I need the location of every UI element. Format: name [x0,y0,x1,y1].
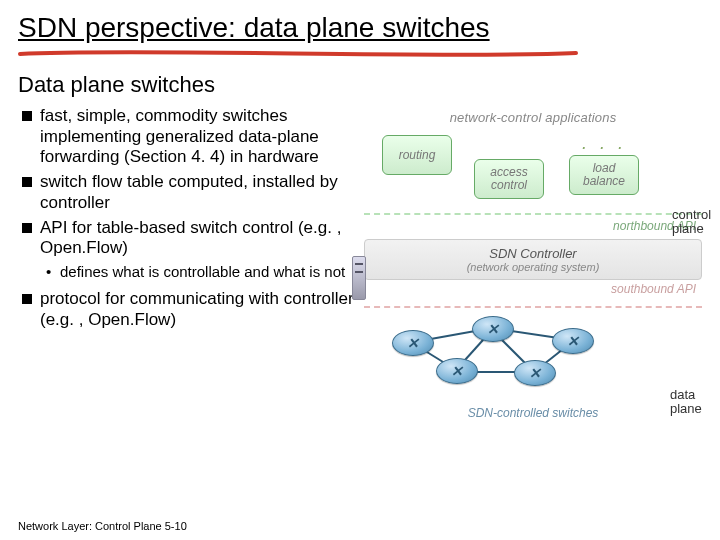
controller-subtitle: (network operating system) [373,261,693,273]
control-plane-label: control plane [672,208,720,235]
app-load-box: load balance [569,155,639,195]
sub-bullet-list: defines what is controllable and what is… [18,263,356,281]
northbound-api-label: northbound API [364,219,702,233]
bullet-item: switch flow table computed, installed by… [22,172,356,213]
diagram-area: network-control applications routing acc… [364,106,702,420]
switch-icon: ✕ [552,328,594,354]
server-icon [352,256,366,300]
title-underline-swash [18,48,578,62]
southbound-api-label: southbound API [364,282,702,296]
controller-box: SDN Controller (network operating system… [364,239,702,280]
bullet-item: fast, simple, commodity switches impleme… [22,106,356,168]
switch-icon: ✕ [436,358,478,384]
app-access-box: access control [474,159,544,199]
controller-title: SDN Controller [373,246,693,261]
switches-group: ✕ ✕ ✕ ✕ ✕ [364,314,702,404]
bullet-item: protocol for communicating with controll… [22,289,356,330]
bullet-item: API for table-based switch control (e.g.… [22,218,356,259]
app-routing-box: routing [382,135,452,175]
section-heading: Data plane switches [18,72,702,98]
sub-bullet-item: defines what is controllable and what is… [46,263,356,281]
divider-south [364,306,702,308]
ellipsis-icon: . . . [582,133,627,154]
divider-north [364,213,702,215]
bullet-list: fast, simple, commodity switches impleme… [18,106,356,259]
slide-footer: Network Layer: Control Plane 5-10 [18,520,187,532]
data-plane-label: data plane [670,388,714,415]
apps-group: routing access control load balance . . … [364,131,702,203]
apps-header: network-control applications [364,110,702,125]
switch-icon: ✕ [472,316,514,342]
bullet-list-2: protocol for communicating with controll… [18,289,356,330]
switch-icon: ✕ [392,330,434,356]
switches-caption: SDN-controlled switches [364,406,702,420]
left-column: fast, simple, commodity switches impleme… [18,106,356,420]
switch-icon: ✕ [514,360,556,386]
slide-title: SDN perspective: data plane switches [18,12,702,44]
